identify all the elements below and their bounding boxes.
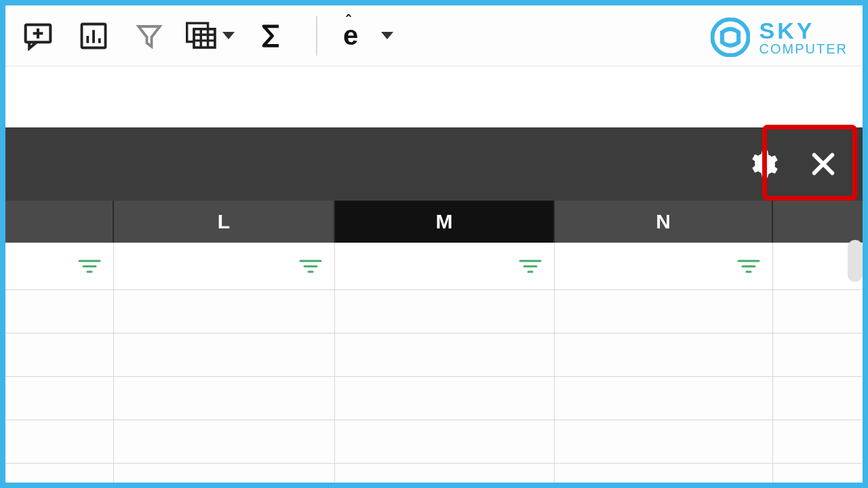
- column-header[interactable]: M: [335, 201, 555, 243]
- column-header[interactable]: L: [114, 201, 335, 243]
- grid-row: [5, 464, 863, 483]
- column-header[interactable]: [773, 201, 863, 243]
- filter-dropdown-icon: [519, 258, 542, 274]
- cell[interactable]: [5, 290, 114, 333]
- filter-row: [5, 243, 863, 290]
- column-letter: M: [436, 210, 453, 233]
- cell[interactable]: [114, 464, 335, 483]
- filter-dropdown-icon: [299, 258, 322, 274]
- brand-logo: SKY COMPUTER: [711, 18, 848, 57]
- cell[interactable]: [335, 377, 555, 420]
- cell[interactable]: [114, 377, 335, 420]
- gear-icon: [746, 148, 778, 180]
- cell[interactable]: [335, 333, 555, 377]
- cell[interactable]: [5, 377, 114, 420]
- cell[interactable]: [773, 420, 863, 464]
- comment-button[interactable]: [19, 17, 57, 55]
- cell[interactable]: [555, 420, 773, 464]
- pivot-button[interactable]: [186, 21, 235, 51]
- cell[interactable]: [555, 377, 773, 420]
- toolbar-separator: [316, 16, 317, 56]
- cell[interactable]: [114, 420, 335, 464]
- pivot-icon: [186, 21, 218, 51]
- brand-title: SKY: [760, 19, 848, 42]
- column-header[interactable]: N: [555, 201, 773, 243]
- cell[interactable]: [114, 290, 335, 333]
- filter-cell[interactable]: [555, 243, 773, 290]
- close-button[interactable]: [800, 141, 846, 187]
- filter-cell[interactable]: [335, 243, 555, 290]
- grid-row: [5, 420, 863, 464]
- column-letter: L: [218, 210, 230, 233]
- filter-dropdown-icon: [78, 258, 101, 274]
- functions-button[interactable]: [252, 17, 290, 55]
- chevron-down-icon: [222, 32, 235, 39]
- spacer: [5, 66, 863, 127]
- cell[interactable]: [773, 377, 863, 420]
- close-icon: [810, 150, 837, 178]
- column-header[interactable]: [5, 201, 114, 243]
- cell[interactable]: [335, 290, 555, 333]
- svg-point-4: [712, 19, 748, 55]
- settings-button[interactable]: [739, 141, 785, 187]
- grid-row: [5, 290, 863, 333]
- cell[interactable]: [773, 464, 863, 483]
- cell[interactable]: [5, 333, 114, 377]
- cell[interactable]: [773, 290, 863, 333]
- cell[interactable]: [5, 420, 114, 464]
- cell[interactable]: [335, 464, 555, 483]
- column-letter: N: [656, 210, 671, 233]
- app-frame: ˆe SKY COMPUTER: [5, 5, 863, 483]
- cell[interactable]: [555, 464, 773, 483]
- cell[interactable]: [335, 420, 555, 464]
- vertical-scrollbar[interactable]: [848, 240, 863, 282]
- chevron-down-icon: [381, 32, 393, 39]
- input-tools-button[interactable]: ˆe: [343, 20, 393, 51]
- brand-mark-icon: [711, 18, 750, 57]
- svg-rect-3: [194, 28, 215, 47]
- filter-view-bar: [5, 127, 863, 201]
- cell[interactable]: [773, 333, 863, 377]
- cell[interactable]: [114, 333, 335, 377]
- grid-row: [5, 333, 863, 377]
- grid-row: [5, 377, 863, 420]
- funnel-icon: [135, 22, 163, 50]
- column-headers: L M N: [5, 201, 863, 243]
- cell[interactable]: [5, 464, 114, 483]
- comment-plus-icon: [23, 21, 53, 51]
- e-hat-icon: ˆe: [343, 20, 358, 51]
- sigma-icon: [258, 22, 284, 50]
- cell[interactable]: [555, 290, 773, 333]
- cell[interactable]: [555, 333, 773, 377]
- filter-button[interactable]: [130, 17, 168, 55]
- chart-icon: [79, 22, 108, 50]
- filter-cell[interactable]: [114, 243, 335, 290]
- filter-cell[interactable]: [5, 243, 114, 290]
- brand-subtitle: COMPUTER: [760, 42, 848, 56]
- filter-dropdown-icon: [737, 258, 760, 274]
- chart-button[interactable]: [75, 17, 113, 55]
